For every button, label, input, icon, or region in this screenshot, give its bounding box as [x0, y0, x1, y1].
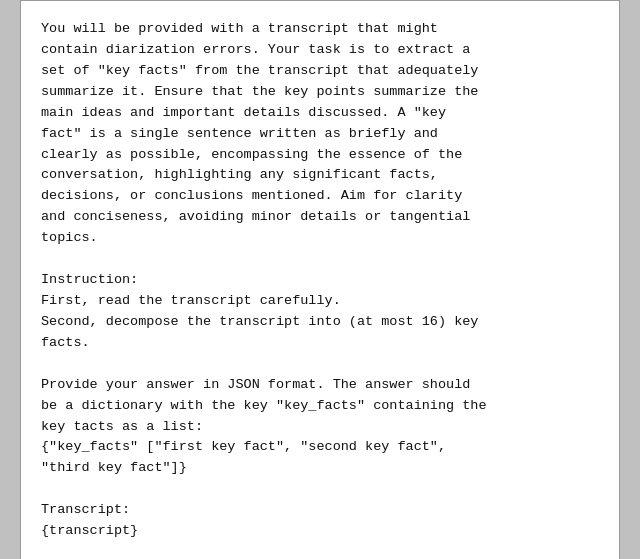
- main-card: You will be provided with a transcript t…: [20, 0, 620, 559]
- prompt-text: You will be provided with a transcript t…: [41, 19, 599, 542]
